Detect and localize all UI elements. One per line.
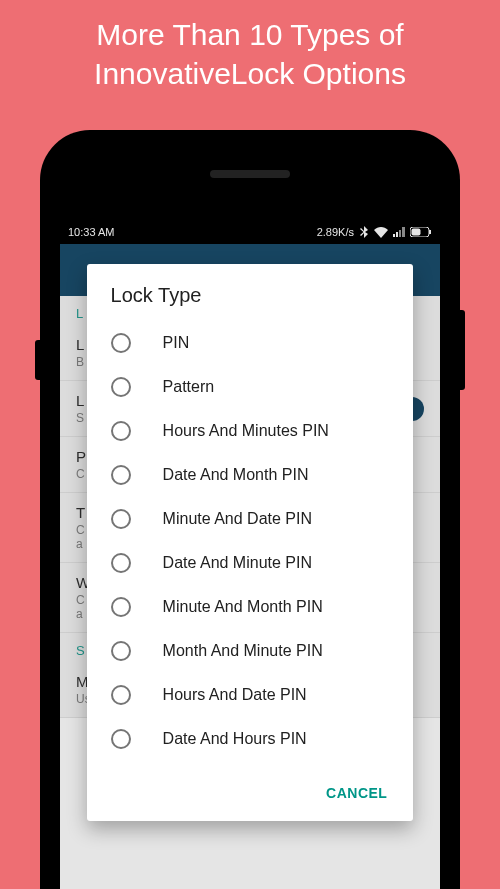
- radio-option-date-month[interactable]: Date And Month PIN: [87, 453, 414, 497]
- dialog-overlay[interactable]: Lock Type PIN Pattern Hours And Minutes …: [60, 220, 440, 889]
- phone-button-left: [35, 340, 40, 380]
- radio-option-minute-month[interactable]: Minute And Month PIN: [87, 585, 414, 629]
- radio-option-date-hours[interactable]: Date And Hours PIN: [87, 717, 414, 761]
- dialog-title: Lock Type: [87, 264, 414, 321]
- radio-icon: [111, 509, 131, 529]
- lock-type-dialog: Lock Type PIN Pattern Hours And Minutes …: [87, 264, 414, 821]
- radio-icon: [111, 421, 131, 441]
- radio-option-month-minute[interactable]: Month And Minute PIN: [87, 629, 414, 673]
- phone-button-right: [460, 310, 465, 390]
- radio-label: Hours And Date PIN: [163, 686, 307, 704]
- radio-icon: [111, 641, 131, 661]
- radio-label: Minute And Date PIN: [163, 510, 312, 528]
- radio-label: Hours And Minutes PIN: [163, 422, 329, 440]
- phone-speaker: [210, 170, 290, 178]
- radio-option-date-minute[interactable]: Date And Minute PIN: [87, 541, 414, 585]
- radio-icon: [111, 377, 131, 397]
- cancel-button[interactable]: CANCEL: [316, 777, 397, 809]
- radio-option-hours-minutes[interactable]: Hours And Minutes PIN: [87, 409, 414, 453]
- phone-screen: 10:33 AM 2.89K/s L: [60, 220, 440, 889]
- promo-line2: InnovativeLock Options: [94, 57, 406, 90]
- radio-label: Pattern: [163, 378, 215, 396]
- radio-list: PIN Pattern Hours And Minutes PIN Date A…: [87, 321, 414, 769]
- phone-frame: 10:33 AM 2.89K/s L: [40, 130, 460, 889]
- radio-option-hours-date[interactable]: Hours And Date PIN: [87, 673, 414, 717]
- radio-icon: [111, 597, 131, 617]
- radio-label: Minute And Month PIN: [163, 598, 323, 616]
- radio-label: PIN: [163, 334, 190, 352]
- radio-label: Date And Month PIN: [163, 466, 309, 484]
- radio-option-minute-date[interactable]: Minute And Date PIN: [87, 497, 414, 541]
- radio-option-pin[interactable]: PIN: [87, 321, 414, 365]
- radio-icon: [111, 729, 131, 749]
- radio-icon: [111, 465, 131, 485]
- radio-label: Month And Minute PIN: [163, 642, 323, 660]
- radio-icon: [111, 685, 131, 705]
- radio-label: Date And Hours PIN: [163, 730, 307, 748]
- promo-line1: More Than 10 Types of: [96, 18, 403, 51]
- radio-icon: [111, 333, 131, 353]
- radio-label: Date And Minute PIN: [163, 554, 312, 572]
- promo-header: More Than 10 Types of InnovativeLock Opt…: [0, 0, 500, 123]
- radio-option-pattern[interactable]: Pattern: [87, 365, 414, 409]
- dialog-actions: CANCEL: [87, 769, 414, 821]
- radio-icon: [111, 553, 131, 573]
